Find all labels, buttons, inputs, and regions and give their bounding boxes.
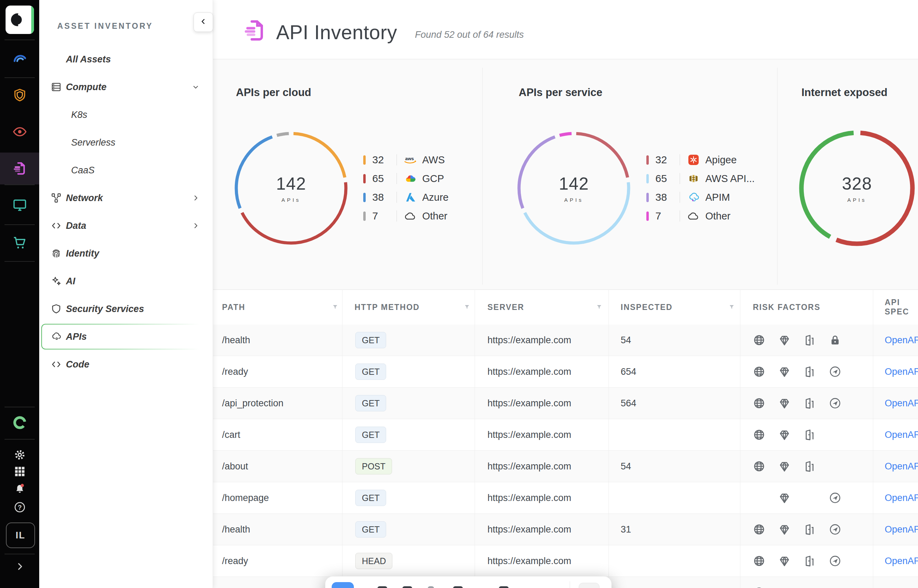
- sidebar-item-serverless[interactable]: Serverless: [39, 129, 213, 157]
- method-badge: GET: [355, 332, 386, 349]
- sidebar-item-label: Compute: [66, 82, 107, 92]
- sidebar-item-all-assets[interactable]: All Assets: [39, 45, 213, 73]
- app-root: ? IL ASSET INVENTORY All AssetsComputeK8…: [0, 0, 918, 588]
- legend-item-aws-api-[interactable]: 65AWS API...: [646, 169, 754, 188]
- sidebar-collapse-button[interactable]: [194, 13, 213, 32]
- legend-item-aws[interactable]: 32awsAWS: [363, 150, 448, 169]
- legend-item-other[interactable]: 7Other: [363, 207, 448, 225]
- sidebar-item-security-services[interactable]: Security Services: [39, 295, 213, 323]
- toolbar-icon[interactable]: [377, 586, 387, 588]
- orca-logo[interactable]: [6, 6, 34, 34]
- sidebar-item-caas[interactable]: CaaS: [39, 157, 213, 184]
- rail-icon-blue-arc[interactable]: [12, 51, 28, 66]
- toolbar-icon[interactable]: [402, 586, 412, 588]
- api-spec-link[interactable]: OpenAPI: [885, 556, 918, 567]
- sensitive-data-icon: [778, 555, 791, 567]
- cell-method: GET: [355, 490, 386, 506]
- table-row[interactable]: /healthGEThttps://example.com54OpenAPI: [213, 325, 918, 356]
- sidebar-item-compute[interactable]: Compute: [39, 73, 213, 101]
- toolbar-primary-button[interactable]: [332, 582, 354, 588]
- sidebar-title: ASSET INVENTORY: [57, 21, 153, 31]
- legend-item-apim[interactable]: 38APIM: [646, 188, 754, 207]
- sidebar-item-network[interactable]: Network: [39, 184, 213, 212]
- api-spec-link[interactable]: OpenAPI: [885, 493, 918, 503]
- filter-funnel-icon[interactable]: [463, 303, 471, 311]
- method-badge: GET: [355, 490, 386, 506]
- legend-item-gcp[interactable]: 65GCP: [363, 169, 448, 188]
- table-row[interactable]: /readyGEThttps://example.com654OpenAPI: [213, 356, 918, 388]
- api-spec-link[interactable]: OpenAPI: [885, 398, 918, 409]
- api-spec-link[interactable]: OpenAPI: [885, 461, 918, 472]
- table-row[interactable]: /api_protectionGEThttps://example.com564…: [213, 388, 918, 419]
- table-row[interactable]: /aboutPOSThttps://example.com54OpenAPI: [213, 451, 918, 482]
- api-spec-link[interactable]: OpenAPI: [885, 430, 918, 440]
- column-divider: [873, 289, 873, 588]
- legend-value: 38: [372, 191, 397, 203]
- cell-path: /health: [222, 524, 250, 535]
- sensitive-data-icon: [778, 460, 791, 473]
- table-row[interactable]: /healthGEThttps://example.com31OpenAPI: [213, 514, 918, 545]
- toolbar-secondary-button[interactable]: [579, 583, 599, 588]
- filter-funnel-icon[interactable]: [595, 303, 603, 311]
- rail-icon-green-ring[interactable]: [12, 415, 28, 430]
- api-spec-link[interactable]: OpenAPI: [885, 335, 918, 346]
- cell-server: https://example.com: [487, 556, 572, 567]
- sidebar-item-ai[interactable]: AI: [39, 267, 213, 295]
- chart-title: Internet exposed: [801, 86, 887, 99]
- sidebar-item-label: Security Services: [66, 304, 144, 315]
- table-row[interactable]: /cartGEThttps://example.comOpenAPI: [213, 419, 918, 451]
- legend-item-other[interactable]: 7Other: [646, 207, 754, 225]
- avatar[interactable]: IL: [6, 522, 35, 548]
- legend-item-azure[interactable]: 38Azure: [363, 188, 448, 207]
- rail-divider: [5, 224, 35, 225]
- cell-server: https://example.com: [487, 461, 572, 472]
- sidebar-item-data[interactable]: Data: [39, 212, 213, 239]
- legend-value: 32: [372, 154, 397, 166]
- api-spec-link[interactable]: OpenAPI: [885, 367, 918, 377]
- filter-funnel-icon[interactable]: [331, 303, 339, 311]
- sidebar-item-k8s[interactable]: K8s: [39, 101, 213, 129]
- cell-inspected: 564: [621, 398, 636, 409]
- sidebar-item-identity[interactable]: Identity: [39, 239, 213, 267]
- rail-icon-orange-shield[interactable]: [12, 88, 28, 103]
- legend-value: 7: [372, 210, 397, 222]
- sidebar-item-apis[interactable]: APIs: [39, 323, 213, 351]
- toolbar-icon[interactable]: [499, 586, 508, 588]
- cell-risk-factors: [753, 334, 854, 346]
- toolbar-icon[interactable]: [428, 586, 434, 588]
- cell-risk-factors: [753, 555, 854, 567]
- rail-icon-teal-cart[interactable]: [12, 235, 28, 250]
- cell-risk-factors: [753, 492, 854, 504]
- legend-divider: [397, 154, 397, 165]
- azure-icon: [403, 191, 418, 203]
- help-icon[interactable]: ?: [13, 501, 26, 514]
- internet-facing-icon: [753, 397, 765, 409]
- logo-accent-bar: [31, 6, 34, 34]
- sidebar-nav: All AssetsComputeK8sServerlessCaaSNetwor…: [39, 45, 213, 378]
- col-api-spec: API SPEC: [885, 298, 918, 317]
- rail-icon-red-eye[interactable]: [12, 124, 28, 139]
- open-access-icon: [803, 334, 816, 346]
- expand-rail-chevron-icon[interactable]: [15, 561, 25, 572]
- cell-method: HEAD: [355, 553, 392, 569]
- cell-inspected: 54: [621, 335, 631, 346]
- cell-risk-factors: [753, 397, 854, 409]
- rail-icon-api-doc-active[interactable]: [12, 161, 28, 176]
- legend-item-apigee[interactable]: 32Apigee: [646, 150, 754, 169]
- chart-apis-per-service: APIs per service 142 APIs 32Apigee65AWS …: [482, 59, 777, 289]
- table-body: /healthGEThttps://example.com54OpenAPI/r…: [213, 325, 918, 588]
- sidebar-item-code[interactable]: Code: [39, 351, 213, 378]
- legend-color-pill: [646, 212, 649, 221]
- filter-funnel-icon[interactable]: [727, 303, 736, 311]
- toolbar-icon[interactable]: [453, 586, 463, 588]
- gear-icon[interactable]: [13, 449, 26, 461]
- cell-method: POST: [355, 458, 392, 475]
- cell-server: https://example.com: [487, 398, 572, 409]
- apps-grid-icon[interactable]: [13, 465, 26, 478]
- rail-icon-teal-monitor[interactable]: [12, 197, 28, 213]
- table-row[interactable]: /readyHEADhttps://example.comOpenAPI: [213, 545, 918, 577]
- api-spec-link[interactable]: OpenAPI: [885, 524, 918, 535]
- legend-label: Apigee: [705, 154, 737, 166]
- table-row[interactable]: /homepageGEThttps://example.comOpenAPI: [213, 482, 918, 514]
- bell-icon[interactable]: [13, 482, 26, 494]
